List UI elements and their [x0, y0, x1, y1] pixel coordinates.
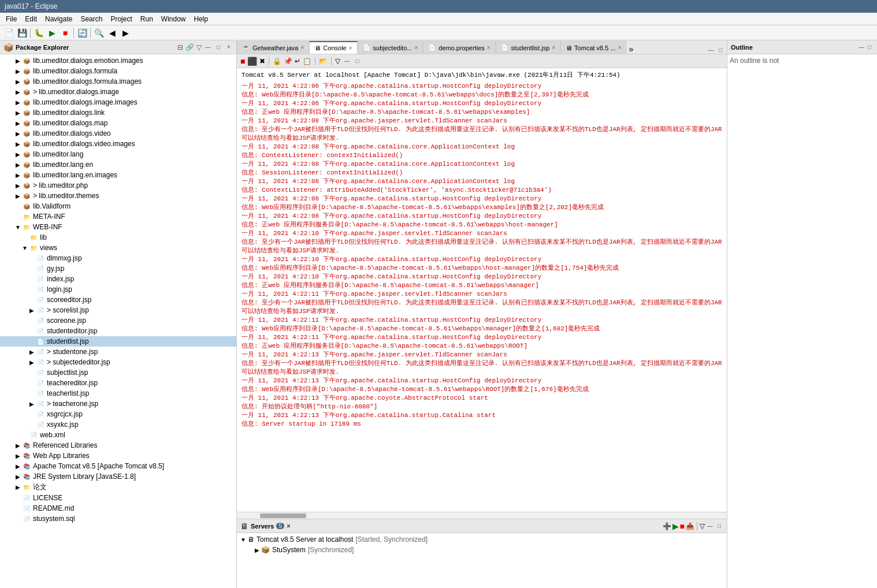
tree-toggle-icon[interactable]: ▶ [14, 120, 22, 126]
tree-item[interactable]: 📄index.jsp [0, 274, 236, 284]
tab-subjectededitor[interactable]: 📄 subjectedito... × [358, 41, 423, 54]
tree-item[interactable]: ▶📦lib.umeditor.dialogs.video [0, 128, 236, 139]
console-terminate-icon[interactable]: ■ [240, 57, 245, 66]
tree-item[interactable]: 📄scoreone.jsp [0, 315, 236, 326]
tree-item[interactable]: ▶📦lib.umeditor.dialogs.map [0, 118, 236, 128]
server-app-item[interactable]: ▶ 📦 StuSystem [Synchronized] [237, 545, 727, 555]
tree-toggle-icon[interactable]: ▶ [28, 307, 36, 314]
search-button[interactable]: 🔍 [92, 27, 105, 39]
tree-item[interactable]: 📦lib.Validform [0, 201, 236, 211]
tree-item[interactable]: ▶📚Web App Libraries [0, 451, 236, 461]
tree-item[interactable]: ▶📄> subjectededitor.jsp [0, 357, 236, 367]
tree-item[interactable]: ▶📦lib.umeditor.lang.en.images [0, 170, 236, 180]
menu-edit[interactable]: Edit [21, 14, 40, 24]
tree-toggle-icon[interactable]: ▶ [14, 474, 22, 480]
tree-item[interactable]: 📄teachereditor.jsp [0, 378, 236, 388]
tree-item[interactable]: ▶📦> lib.umeditor.php [0, 180, 236, 191]
tab-close-tomcat[interactable]: × [618, 44, 622, 51]
tree-item[interactable]: 📄LICENSE [0, 493, 236, 503]
tab-overflow-button[interactable]: » [626, 44, 636, 54]
tab-close-studentlist[interactable]: × [552, 44, 555, 51]
servers-publish-icon[interactable]: 📤 [686, 522, 694, 530]
tree-item[interactable]: ▶📦lib.umeditor.dialogs.emotion.images [0, 55, 236, 66]
console-content[interactable]: Tomcat v8.5 Server at localhost [Apache … [237, 68, 727, 512]
tree-item[interactable]: 📄dlmmxg.jsp [0, 253, 236, 263]
tree-toggle-icon[interactable]: ▶ [14, 442, 22, 449]
tree-toggle-icon[interactable]: ▶ [14, 183, 22, 189]
view-menu-icon[interactable]: ▽ [196, 43, 202, 51]
tree-item[interactable]: ▶📄> scorelist.jsp [0, 305, 236, 315]
tree-toggle-icon[interactable]: ▼ [14, 224, 22, 230]
tree-item[interactable]: ▼📁views [0, 243, 236, 253]
back-button[interactable]: ◀ [106, 27, 118, 39]
tree-item[interactable]: ▶📦lib.umeditor.lang.en [0, 159, 236, 170]
console-open-console-icon[interactable]: 📂 [319, 57, 328, 65]
run-button[interactable]: ▶ [46, 27, 58, 39]
tree-item[interactable]: ▶📦lib.umeditor.dialogs.image.images [0, 97, 236, 107]
tree-toggle-icon[interactable]: ▶ [14, 172, 22, 178]
tree-toggle-icon[interactable]: ▶ [14, 99, 22, 106]
console-scrollbar-h[interactable] [237, 512, 727, 519]
tree-item[interactable]: 📄subjectlist.jsp [0, 367, 236, 378]
servers-view-menu-icon[interactable]: ▽ [700, 522, 705, 530]
console-pin-icon[interactable]: 📌 [284, 57, 292, 65]
menu-window[interactable]: Window [158, 14, 189, 24]
servers-minimize-button[interactable]: — [706, 522, 714, 530]
tree-toggle-icon[interactable]: ▶ [14, 79, 22, 85]
tree-item[interactable]: ▶📦lib.umeditor.dialogs.video.images [0, 139, 236, 149]
tab-console[interactable]: 🖥 Console × [309, 41, 357, 54]
tree-toggle-icon[interactable]: ▶ [14, 68, 22, 75]
menu-search[interactable]: Search [77, 14, 106, 24]
tree-item[interactable]: ▶📦> lib.umeditor.themes [0, 191, 236, 201]
tree-toggle-icon[interactable]: ▶ [28, 349, 36, 355]
menu-project[interactable]: Project [107, 14, 135, 24]
tree-item[interactable]: ▶📁论文 [0, 482, 236, 493]
tree-item[interactable]: 📄web.xml [0, 430, 236, 440]
menu-file[interactable]: File [2, 14, 20, 24]
tree-item[interactable]: ▶📄> studentone.jsp [0, 347, 236, 357]
link-with-editor-icon[interactable]: 🔗 [185, 43, 194, 51]
stop-button[interactable]: ■ [59, 27, 72, 39]
tree-item[interactable]: ▶📚JRE System Library [JavaSE-1.8] [0, 471, 236, 482]
tree-item[interactable]: 📄xsyxkc.jsp [0, 419, 236, 430]
tab-getweather[interactable]: ☕ Getweather.java × [237, 41, 309, 54]
servers-start-icon[interactable]: ▶ [672, 522, 679, 531]
tab-tomcat[interactable]: 🖥 Tomcat v8.5 ... × [560, 41, 626, 54]
servers-close-icon[interactable]: × [287, 522, 291, 530]
tab-close-getweather[interactable]: × [301, 44, 304, 51]
outline-maximize-button[interactable]: □ [865, 43, 874, 51]
console-view-minimize[interactable]: — [343, 57, 351, 65]
tree-toggle-icon[interactable]: ▶ [14, 463, 22, 470]
console-stop-icon[interactable]: ⬛ [247, 57, 257, 66]
tree-toggle-icon[interactable]: ▶ [14, 58, 22, 64]
collapse-all-icon[interactable]: ⊟ [177, 43, 183, 51]
tree-item[interactable]: 📁META-INF [0, 211, 236, 222]
forward-button[interactable]: ▶ [119, 27, 132, 39]
server-tomcat-item[interactable]: ▼ 🖥 Tomcat v8.5 Server at localhost [Sta… [237, 534, 727, 545]
tree-item[interactable]: ▶📚Referenced Libraries [0, 440, 236, 451]
tab-close-subjectededitor[interactable]: × [414, 44, 418, 51]
outline-minimize-button[interactable]: — [857, 43, 865, 51]
tree-toggle-icon[interactable]: ▶ [28, 359, 36, 366]
servers-stop-icon[interactable]: ■ [680, 522, 685, 531]
tree-toggle-icon[interactable]: ▼ [21, 245, 29, 251]
tree-item[interactable]: ▶📦lib.umeditor.lang [0, 149, 236, 159]
tree-item[interactable]: 📄gy.jsp [0, 263, 236, 274]
new-button[interactable]: 📄 [2, 27, 15, 39]
tree-toggle-icon[interactable]: ▶ [14, 453, 22, 459]
panel-maximize-button[interactable]: □ [214, 43, 222, 51]
panel-minimize-button[interactable]: — [204, 43, 212, 51]
tab-studentlist[interactable]: 📄 studentlist.jsp × [496, 41, 561, 54]
tree-item[interactable]: ▶📚Apache Tomcat v8.5 [Apache Tomcat v8.5… [0, 461, 236, 471]
console-maximize-button[interactable]: □ [716, 46, 724, 54]
console-view-maximize[interactable]: □ [353, 57, 361, 65]
tree-item[interactable]: 📁lib [0, 232, 236, 243]
servers-new-server-icon[interactable]: ➕ [663, 522, 671, 530]
console-minimize-button[interactable]: — [707, 46, 715, 54]
tree-item[interactable]: 📄studenteditor.jsp [0, 326, 236, 336]
tree-item[interactable]: ▶📦lib.umeditor.dialogs.link [0, 107, 236, 118]
tree-item[interactable]: ▶📄> teacherone.jsp [0, 399, 236, 409]
menu-help[interactable]: Help [191, 14, 212, 24]
tree-toggle-icon[interactable]: ▶ [14, 151, 22, 158]
refresh-button[interactable]: 🔄 [76, 27, 88, 39]
